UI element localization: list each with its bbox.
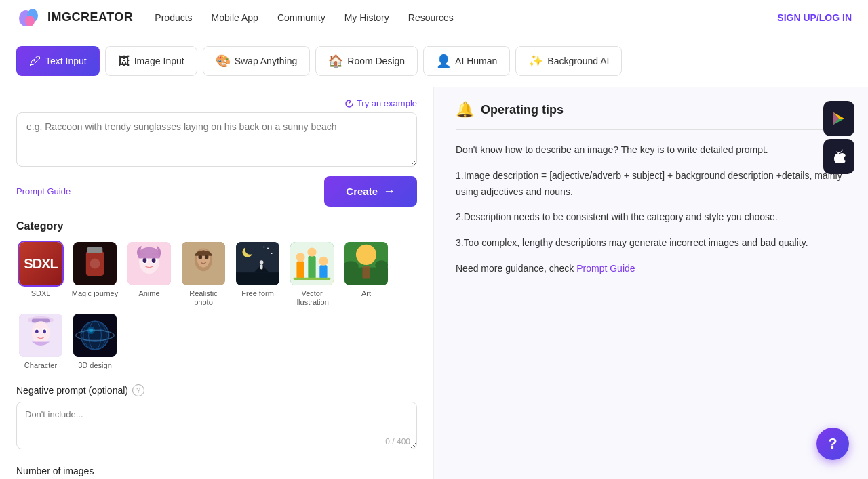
freeform-label: Free form xyxy=(241,289,274,298)
help-bubble[interactable]: ? xyxy=(816,428,849,460)
svg-rect-33 xyxy=(319,265,327,279)
nav-resources[interactable]: Resources xyxy=(408,12,454,23)
negative-prompt-label-row: Negative prompt (optional) ? xyxy=(16,384,417,396)
right-panel: 🔔 Operating tips Don't know how to descr… xyxy=(434,87,868,479)
category-realistic-photo[interactable]: Realistic photo xyxy=(179,241,228,307)
tab-text-input[interactable]: 🖊 Text Input xyxy=(16,46,100,76)
category-anime[interactable]: Anime xyxy=(125,241,174,307)
nav-mobile-app[interactable]: Mobile App xyxy=(212,12,258,23)
google-play-badge[interactable] xyxy=(823,101,854,136)
sdxl-preview: SDXL xyxy=(19,242,62,285)
create-label: Create xyxy=(346,186,378,197)
operating-tips-title: Operating tips xyxy=(481,103,564,117)
nav-products[interactable]: Products xyxy=(155,12,192,23)
art-svg xyxy=(344,241,388,287)
art-preview xyxy=(344,242,388,285)
magic-preview xyxy=(73,242,117,285)
try-example-button[interactable]: Try an example xyxy=(344,98,417,108)
svg-point-38 xyxy=(356,245,376,265)
try-example-label: Try an example xyxy=(357,98,417,108)
prompt-guide-link[interactable]: Prompt Guide xyxy=(16,186,71,196)
category-character[interactable]: Character xyxy=(16,312,65,370)
apple-store-badge[interactable] xyxy=(823,139,854,174)
svg-point-26 xyxy=(271,253,273,254)
tabs-bar: 🖊 Text Input 🖼 Image Input 🎨 Swap Anythi… xyxy=(0,35,868,87)
num-images-title: Number of images xyxy=(16,465,417,476)
svg-point-11 xyxy=(143,258,147,264)
help-icon[interactable]: ? xyxy=(132,384,144,396)
char-count: 0 / 400 xyxy=(385,437,410,446)
tip-2: 1.Image description = [adjective/adverb … xyxy=(456,168,846,201)
category-magic-journey[interactable]: Magic journey xyxy=(71,241,119,307)
freeform-svg xyxy=(236,241,279,287)
tip-3: 2.Description needs to be consistent wit… xyxy=(456,209,846,226)
prompt-textarea[interactable] xyxy=(16,112,417,167)
tip-5-prefix: Need more guidance, check xyxy=(456,263,574,274)
tab-ai-human[interactable]: 👤 AI Human xyxy=(423,46,510,76)
svg-point-6 xyxy=(90,258,100,268)
create-button[interactable]: Create → xyxy=(324,176,417,207)
tab-room-design[interactable]: 🏠 Room Design xyxy=(315,46,418,76)
svg-point-34 xyxy=(319,257,328,266)
google-play-icon xyxy=(831,111,846,126)
room-icon: 🏠 xyxy=(328,54,343,68)
nav-my-history[interactable]: My History xyxy=(344,12,389,23)
negative-prompt-textarea[interactable] xyxy=(16,402,417,449)
magic-label: Magic journey xyxy=(72,289,118,298)
negative-prompt-label: Negative prompt (optional) xyxy=(16,385,128,396)
svg-rect-41 xyxy=(362,266,370,279)
magic-svg xyxy=(73,241,117,287)
tip-5: Need more guidance, check Prompt Guide xyxy=(456,261,846,277)
app-badges xyxy=(823,101,854,174)
bell-icon: 🔔 xyxy=(456,101,474,119)
freeform-preview xyxy=(236,242,279,285)
category-art[interactable]: Art xyxy=(342,241,391,307)
tab-background-ai[interactable]: ✨ Background AI xyxy=(515,46,622,76)
tab-text-input-label: Text Input xyxy=(45,56,87,66)
category-3d-design[interactable]: 3D design xyxy=(71,312,119,370)
svg-point-2 xyxy=(25,16,35,26)
navbar: IMGCREATOR Products Mobile App Community… xyxy=(0,0,868,35)
3d-svg xyxy=(73,312,117,358)
category-vector-illustration[interactable]: Vector illustration xyxy=(288,241,336,307)
svg-point-48 xyxy=(35,330,39,334)
main-layout: Try an example Prompt Guide Create → Cat… xyxy=(0,87,868,479)
signup-link[interactable]: SIGN UP/LOG IN xyxy=(777,12,852,23)
category-title: Category xyxy=(16,220,417,232)
refresh-icon xyxy=(344,99,354,108)
tab-swap-label: Swap Anything xyxy=(235,56,298,66)
logo[interactable]: IMGCREATOR xyxy=(16,5,133,30)
character-label: Character xyxy=(24,361,57,370)
image-input-icon: 🖼 xyxy=(118,54,130,68)
tab-swap-anything[interactable]: 🎨 Swap Anything xyxy=(203,46,311,76)
try-example-row: Try an example xyxy=(16,98,417,108)
ai-human-icon: 👤 xyxy=(436,54,451,68)
category-sdxl[interactable]: SDXL SDXL xyxy=(16,241,65,307)
category-free-form[interactable]: Free form xyxy=(233,241,282,307)
tab-room-label: Room Design xyxy=(347,56,405,66)
svg-point-21 xyxy=(260,260,264,264)
apple-icon xyxy=(832,149,846,164)
nav-community[interactable]: Community xyxy=(277,12,326,23)
left-panel: Try an example Prompt Guide Create → Cat… xyxy=(0,87,434,479)
anime-preview xyxy=(127,242,171,285)
operating-tips-header: 🔔 Operating tips xyxy=(456,101,846,119)
tab-image-input[interactable]: 🖼 Image Input xyxy=(105,46,197,76)
art-label: Art xyxy=(361,289,371,298)
sdxl-label: SDXL xyxy=(31,289,51,298)
prompt-guide-tips-link[interactable]: Prompt Guide xyxy=(576,263,635,274)
logo-text: IMGCREATOR xyxy=(47,10,133,24)
text-input-icon: 🖊 xyxy=(29,54,41,68)
category-grid: SDXL SDXL Magic journ xyxy=(16,241,417,371)
realistic-label: Realistic photo xyxy=(179,289,228,307)
arrow-icon: → xyxy=(383,184,395,199)
nav-links: Products Mobile App Community My History… xyxy=(155,12,777,23)
svg-rect-31 xyxy=(308,256,315,279)
svg-point-32 xyxy=(307,247,316,256)
svg-point-30 xyxy=(296,253,304,262)
vector-svg xyxy=(290,241,334,287)
svg-point-12 xyxy=(152,258,156,264)
realistic-svg xyxy=(182,241,225,287)
background-icon: ✨ xyxy=(528,54,543,68)
prompt-actions: Prompt Guide Create → xyxy=(16,176,417,207)
